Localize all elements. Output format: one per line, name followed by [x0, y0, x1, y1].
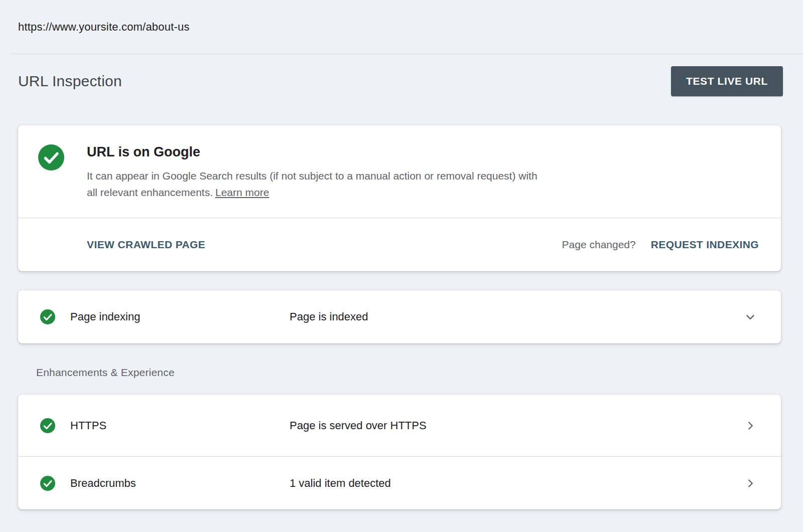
url-status-summary: URL is on Google It can appear in Google…	[18, 125, 781, 218]
https-label: HTTPS	[70, 419, 290, 432]
https-row[interactable]: HTTPS Page is served over HTTPS	[18, 395, 781, 457]
enhancements-card: HTTPS Page is served over HTTPS Breadcru…	[18, 395, 781, 509]
inspected-url[interactable]: https://www.yoursite.com/about-us	[10, 21, 190, 34]
status-text-block: URL is on Google It can appear in Google…	[87, 144, 544, 218]
page-header: URL Inspection TEST LIVE URL	[0, 54, 803, 108]
success-check-icon	[38, 144, 64, 170]
success-check-icon	[40, 418, 55, 433]
chevron-down-icon[interactable]	[744, 310, 757, 323]
https-status: Page is served over HTTPS	[290, 419, 744, 432]
breadcrumbs-label: Breadcrumbs	[70, 477, 290, 490]
status-description-text: It can appear in Google Search results (…	[87, 170, 538, 198]
chevron-right-icon[interactable]	[744, 419, 757, 432]
page-indexing-status: Page is indexed	[290, 310, 744, 323]
breadcrumbs-row[interactable]: Breadcrumbs 1 valid item detected	[18, 457, 781, 509]
page-changed-label: Page changed?	[562, 239, 636, 251]
status-title: URL is on Google	[87, 144, 544, 160]
reindex-actions: Page changed? REQUEST INDEXING	[562, 239, 759, 251]
main-content: URL is on Google It can appear in Google…	[18, 125, 781, 509]
page-indexing-row[interactable]: Page indexing Page is indexed	[18, 290, 781, 343]
request-indexing-button[interactable]: REQUEST INDEXING	[651, 239, 759, 251]
status-description: It can appear in Google Search results (…	[87, 167, 544, 201]
enhancements-section-title: Enhancements & Experience	[36, 367, 781, 379]
test-live-url-button[interactable]: TEST LIVE URL	[671, 66, 783, 96]
chevron-right-icon[interactable]	[744, 477, 757, 490]
url-bar: https://www.yoursite.com/about-us	[10, 0, 803, 54]
url-status-card: URL is on Google It can appear in Google…	[18, 125, 781, 271]
breadcrumbs-status: 1 valid item detected	[290, 477, 744, 490]
learn-more-link[interactable]: Learn more	[215, 187, 269, 198]
page-indexing-label: Page indexing	[70, 310, 290, 323]
status-card-actions: VIEW CRAWLED PAGE Page changed? REQUEST …	[18, 218, 781, 271]
success-check-icon	[40, 309, 55, 324]
page-title: URL Inspection	[18, 73, 122, 90]
view-crawled-page-button[interactable]: VIEW CRAWLED PAGE	[87, 239, 205, 251]
page-indexing-card: Page indexing Page is indexed	[18, 290, 781, 343]
success-check-icon	[40, 476, 55, 491]
